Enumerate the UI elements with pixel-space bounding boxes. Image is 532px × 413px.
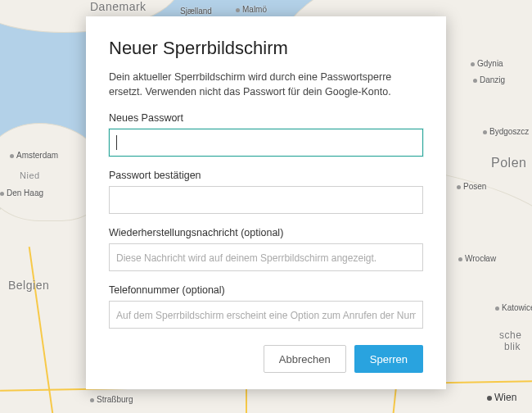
country-poland: Polen bbox=[491, 156, 526, 170]
cancel-button[interactable]: Abbrechen bbox=[264, 345, 346, 373]
text-cursor bbox=[116, 135, 117, 150]
lock-screen-modal: Neuer Sperrbildschirm Dein aktueller Spe… bbox=[86, 16, 446, 389]
city-strasbourg: Straßburg bbox=[90, 395, 133, 404]
city-amsterdam: Amsterdam bbox=[10, 151, 58, 160]
recovery-input[interactable] bbox=[109, 243, 423, 271]
confirm-label: Passwort bestätigen bbox=[109, 170, 423, 181]
lock-button[interactable]: Sperren bbox=[354, 345, 423, 373]
modal-title: Neuer Sperrbildschirm bbox=[109, 38, 423, 59]
city-danzig: Danzig bbox=[473, 75, 505, 84]
button-row: Abbrechen Sperren bbox=[109, 345, 423, 373]
confirm-input[interactable] bbox=[109, 186, 423, 214]
city-sjaelland: Sjælland bbox=[180, 7, 212, 16]
country-denmark: Danemark bbox=[90, 0, 147, 13]
recovery-label: Wiederherstellungsnachricht (optional) bbox=[109, 227, 423, 238]
city-posen: Posen bbox=[457, 182, 486, 191]
city-wien: Wien bbox=[487, 392, 516, 403]
country-czech1: sche bbox=[499, 329, 521, 341]
password-label: Neues Passwort bbox=[109, 112, 423, 124]
city-wroclaw: Wrocław bbox=[458, 254, 496, 263]
city-malmo: Malmö bbox=[236, 5, 267, 14]
country-czech2: blik bbox=[504, 341, 521, 352]
modal-description: Dein aktueller Sperrbildschirm wird durc… bbox=[109, 70, 423, 99]
city-denhaag: Den Haag bbox=[0, 188, 43, 197]
password-input[interactable] bbox=[109, 129, 423, 157]
country-ned: Nied bbox=[20, 170, 40, 180]
city-bydgoszcz: Bydgoszcz bbox=[483, 127, 529, 136]
city-katowice: Katowice bbox=[495, 303, 532, 312]
phone-label: Telefonnummer (optional) bbox=[109, 284, 423, 296]
phone-input[interactable] bbox=[109, 301, 423, 329]
country-belgium: Belgien bbox=[8, 279, 49, 292]
city-gdynia: Gdynia bbox=[471, 59, 503, 68]
